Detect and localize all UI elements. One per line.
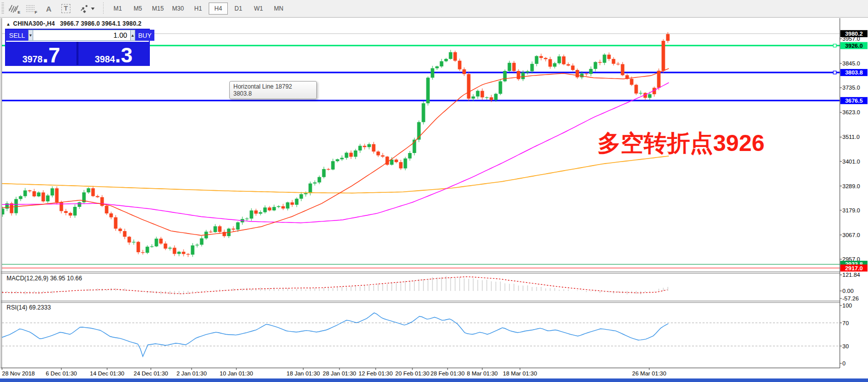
svg-text:14 Dec 01:30: 14 Dec 01:30 <box>90 370 124 376</box>
letter-a-icon: A <box>46 5 52 13</box>
sell-price[interactable]: 3978 .7 <box>6 42 76 65</box>
svg-text:3289.0: 3289.0 <box>842 183 860 189</box>
svg-text:28 Jan 01:30: 28 Jan 01:30 <box>323 370 357 376</box>
svg-text:26 Mar 01:30: 26 Mar 01:30 <box>632 370 666 376</box>
macd-pane <box>2 276 668 295</box>
svg-text:3803.8: 3803.8 <box>845 69 863 75</box>
indicator-scales[interactable]: 121.840.00-57.2610070300 <box>840 272 860 366</box>
svg-text:30: 30 <box>842 343 849 349</box>
sell-price-fraction: .7 <box>43 47 60 64</box>
toolbar: E F A T M1 M5 M15 M30 H1 H4 D1 W1 MN <box>0 0 868 18</box>
svg-text:0: 0 <box>842 360 845 366</box>
toolbar-separator <box>102 3 105 15</box>
time-scale[interactable]: 28 Nov 20186 Dec 01:3014 Dec 01:3024 Dec… <box>2 368 666 376</box>
grid-button[interactable]: F <box>24 2 40 16</box>
rsi-pane <box>2 313 840 357</box>
chart-window: 3957.03845.03735.03623.03511.03401.03289… <box>0 18 868 382</box>
chart-canvas[interactable]: 3957.03845.03735.03623.03511.03401.03289… <box>0 18 868 382</box>
buy-price-fraction: .3 <box>115 47 133 64</box>
price-scale[interactable]: 3957.03845.03735.03623.03511.03401.03289… <box>840 30 867 272</box>
svg-text:70: 70 <box>842 320 849 326</box>
moving-averages-layer <box>2 68 669 236</box>
svg-text:3401.0: 3401.0 <box>842 159 860 165</box>
svg-text:3179.0: 3179.0 <box>842 207 860 213</box>
buy-price-main: 3984 <box>95 55 115 64</box>
timeframe-button-m30[interactable]: M30 <box>168 3 188 15</box>
chart-title: ▲CHINA300-,H43966.7 3986.0 3964.1 3980.2 <box>6 20 141 27</box>
svg-text:3735.0: 3735.0 <box>842 85 860 91</box>
svg-text:3623.0: 3623.0 <box>842 109 860 115</box>
text-tool-icon: T <box>61 4 70 13</box>
svg-text:24 Dec 01:30: 24 Dec 01:30 <box>134 370 168 376</box>
one-click-trade-panel: SELL ▼ ▲ BUY 3978 .7 3984 .3 <box>5 29 150 66</box>
svg-text:0.00: 0.00 <box>842 288 853 294</box>
svg-text:6 Dec 01:30: 6 Dec 01:30 <box>46 370 77 376</box>
svg-text:8 Mar 01:30: 8 Mar 01:30 <box>467 370 497 376</box>
svg-text:-57.26: -57.26 <box>842 295 859 301</box>
timeframe-button-h4[interactable]: H4 <box>209 3 228 15</box>
volume-decrease-button[interactable]: ▼ <box>28 30 33 41</box>
svg-text:3926.0: 3926.0 <box>845 43 862 49</box>
timeframe-button-mn[interactable]: MN <box>269 3 288 15</box>
line-anchor-handle[interactable] <box>833 71 836 74</box>
timeframe-button-m15[interactable]: M15 <box>148 3 167 15</box>
annotation-text[interactable]: 多空转折点3926 <box>597 131 764 155</box>
svg-text:2917.0: 2917.0 <box>845 265 862 271</box>
svg-text:28 Feb 01:30: 28 Feb 01:30 <box>430 370 465 376</box>
dropdown-caret-icon <box>91 7 95 11</box>
timeframe-button-m1[interactable]: M1 <box>108 3 127 15</box>
svg-text:10 Jan 01:30: 10 Jan 01:30 <box>220 370 253 376</box>
timeframe-button-h1[interactable]: H1 <box>189 3 208 15</box>
svg-text:3845.0: 3845.0 <box>842 60 860 66</box>
svg-text:3067.0: 3067.0 <box>842 232 860 238</box>
buy-price[interactable]: 3984 .3 <box>78 42 149 65</box>
sell-button[interactable]: SELL <box>6 30 28 41</box>
horizontal-line-tooltip: Horizontal Line 18792 3803.8 <box>229 81 317 99</box>
svg-text:3511.0: 3511.0 <box>842 134 859 140</box>
svg-text:121.84: 121.84 <box>842 272 860 278</box>
svg-text:20 Feb 01:30: 20 Feb 01:30 <box>395 370 429 376</box>
sell-price-main: 3978 <box>22 55 42 64</box>
volume-input[interactable] <box>33 30 130 41</box>
toolbar-drag-handle[interactable] <box>2 3 4 15</box>
indicators-icon: E <box>8 3 21 14</box>
arrows-tool-button[interactable] <box>75 2 98 16</box>
timeframe-button-m5[interactable]: M5 <box>128 3 147 15</box>
timeframe-button-w1[interactable]: W1 <box>249 3 268 15</box>
svg-text:3980.2: 3980.2 <box>845 31 862 37</box>
rsi-label: RSI(14) 69.2333 <box>7 304 51 311</box>
text-tool-button[interactable]: T <box>58 2 74 16</box>
svg-text:F: F <box>35 10 37 14</box>
tooltip-value: 3803.8 <box>233 90 313 97</box>
volume-increase-button[interactable]: ▲ <box>130 30 135 41</box>
svg-text:18 Jan 01:30: 18 Jan 01:30 <box>287 370 320 376</box>
chart-symbol: CHINA300-,H4 <box>13 20 55 27</box>
svg-text:100: 100 <box>842 302 852 309</box>
collapse-triangle-icon[interactable]: ▲ <box>6 22 11 27</box>
svg-text:3676.5: 3676.5 <box>845 98 863 104</box>
panel-frames <box>1 18 840 368</box>
bottom-bar <box>0 378 868 382</box>
horizontal-lines-layer[interactable] <box>2 46 840 268</box>
svg-text:12 Feb 01:30: 12 Feb 01:30 <box>359 370 393 376</box>
buy-button[interactable]: BUY <box>135 30 155 41</box>
svg-text:18 Mar 01:30: 18 Mar 01:30 <box>503 370 537 376</box>
svg-text:2 Jan 01:30: 2 Jan 01:30 <box>177 370 207 376</box>
svg-text:28 Nov 2018: 28 Nov 2018 <box>2 370 35 376</box>
arrows-tool-icon <box>78 4 91 14</box>
macd-label: MACD(12,26,9) 36.95 10.66 <box>7 275 82 282</box>
line-anchor-handle[interactable] <box>833 44 836 47</box>
tooltip-title: Horizontal Line 18792 <box>233 83 313 90</box>
svg-text:E: E <box>18 10 21 14</box>
grid-icon: F <box>25 3 38 14</box>
indicators-button[interactable]: E <box>7 2 23 16</box>
timeframe-button-d1[interactable]: D1 <box>229 3 248 15</box>
chart-ohlc-values: 3966.7 3986.0 3964.1 3980.2 <box>60 20 141 27</box>
cursor-a-button[interactable]: A <box>41 2 57 16</box>
